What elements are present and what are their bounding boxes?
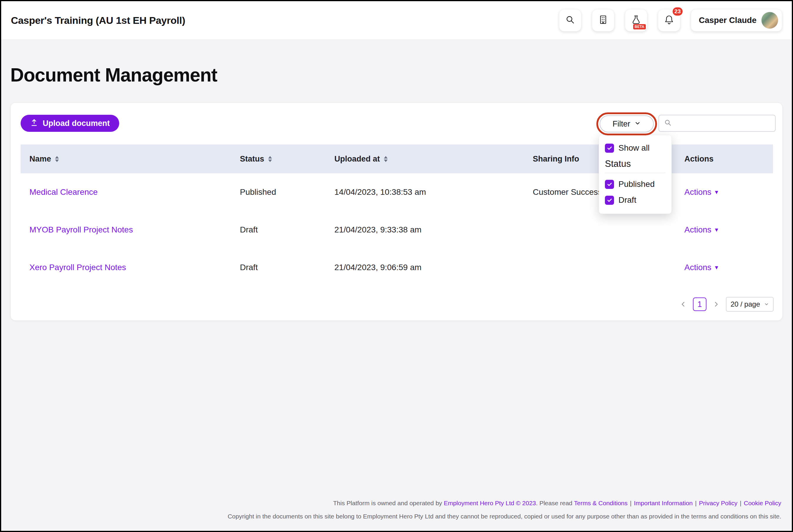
chevron-down-icon [764,302,769,307]
caret-down-icon: ▾ [715,264,718,271]
upload-document-button[interactable]: Upload document [21,115,119,132]
caret-down-icon: ▾ [715,189,718,195]
status-cell: Draft [240,225,334,234]
page-size-value: 20 / page [731,300,760,308]
search-icon [565,14,575,26]
filter-option-published[interactable]: Published [605,178,665,191]
bell-icon [663,14,675,26]
footer: This Platform is owned and operated by E… [12,498,781,521]
column-label: Uploaded at [334,154,380,164]
footer-link-company[interactable]: Employment Hero Pty Ltd © 2023 [444,500,536,507]
footer-line-2: Copyright in the documents on this site … [12,512,781,521]
footer-link-important-information[interactable]: Important Information [634,500,693,507]
document-link[interactable]: Xero Payroll Project Notes [30,263,126,272]
filter-section-title: Status [605,158,665,169]
uploaded-at-cell: 14/04/2023, 10:38:53 am [334,187,533,197]
actions-label: Actions [684,187,712,197]
footer-separator: | [695,500,696,507]
page-number-button[interactable]: 1 [693,298,706,311]
organisation-button[interactable] [592,9,614,32]
document-search [659,115,776,132]
column-header-actions: Actions [684,154,773,164]
chevron-left-icon [680,301,686,307]
sort-icon[interactable] [383,156,388,162]
page-title: Document Management [10,64,217,86]
column-label: Status [240,154,264,164]
search-icon [664,119,672,128]
column-header-name[interactable]: Name [30,154,240,164]
filter-option-show-all[interactable]: Show all [605,141,665,154]
beta-badge: BETA [633,24,646,30]
notification-count-badge: 23 [672,6,683,17]
column-label: Name [30,154,51,164]
filter-option-label: Show all [619,143,650,153]
page-size-select[interactable]: 20 / page [726,297,774,311]
actions-menu-button[interactable]: Actions ▾ [684,263,718,272]
avatar [761,12,778,29]
search-button[interactable] [559,9,581,32]
org-title: Casper's Training (AU 1st EH Payroll) [11,15,185,26]
chevron-right-icon [713,301,719,307]
footer-text: . Please read [536,500,574,507]
actions-label: Actions [684,263,712,272]
checkbox[interactable] [605,144,614,153]
filter-option-draft[interactable]: Draft [605,194,665,207]
status-cell: Draft [240,263,334,272]
table-row: MYOB Payroll Project Notes Draft 21/04/2… [21,211,773,249]
check-icon [607,181,612,187]
column-header-status[interactable]: Status [240,154,334,164]
column-header-uploaded-at[interactable]: Uploaded at [334,154,533,164]
sort-icon[interactable] [55,156,59,162]
notifications-button[interactable]: 23 [658,9,680,32]
column-label: Actions [684,154,714,164]
document-link[interactable]: Medical Clearence [30,187,98,196]
beta-features-button[interactable]: BETA [625,9,647,32]
previous-page-button[interactable] [680,301,686,307]
filter-option-label: Draft [619,195,636,205]
topbar-actions: BETA 23 Casper Claude [559,9,782,32]
sort-icon[interactable] [268,156,272,162]
next-page-button[interactable] [713,301,719,307]
topbar: Casper's Training (AU 1st EH Payroll) [1,1,792,40]
filter-option-label: Published [619,179,655,189]
document-link[interactable]: MYOB Payroll Project Notes [30,225,133,234]
uploaded-at-cell: 21/04/2023, 9:33:38 am [334,225,533,234]
footer-link-privacy-policy[interactable]: Privacy Policy [699,500,738,507]
caret-down-icon: ▾ [715,227,718,233]
footer-separator: | [630,500,631,507]
status-cell: Published [240,187,334,197]
user-menu-button[interactable]: Casper Claude [691,9,782,32]
building-icon [598,14,608,26]
table-row: Xero Payroll Project Notes Draft 21/04/2… [21,249,773,286]
chevron-down-icon [634,119,641,129]
actions-label: Actions [684,225,712,234]
footer-line-1: This Platform is owned and operated by E… [12,498,781,508]
check-icon [607,197,612,203]
user-name: Casper Claude [699,16,756,25]
filter-button-label: Filter [612,119,630,129]
actions-menu-button[interactable]: Actions ▾ [684,225,718,234]
divider [605,173,665,173]
footer-link-cookie-policy[interactable]: Cookie Policy [744,500,781,507]
upload-icon [30,118,38,129]
search-input[interactable] [676,119,770,128]
pagination: 1 20 / page [680,297,774,311]
checkbox[interactable] [605,196,614,205]
app-window: Casper's Training (AU 1st EH Payroll) [0,0,793,532]
uploaded-at-cell: 21/04/2023, 9:06:59 am [334,263,533,272]
footer-separator: | [740,500,741,507]
documents-card: Upload document Filter Name [10,102,783,321]
actions-menu-button[interactable]: Actions ▾ [684,187,718,197]
footer-text: This Platform is owned and operated by [333,500,444,507]
filter-dropdown-menu: Show all Status Published Draft [599,135,672,214]
column-label: Sharing Info [533,154,579,164]
filter-button[interactable]: Filter [600,115,654,132]
check-icon [607,145,612,151]
upload-button-label: Upload document [43,119,110,128]
footer-link-terms[interactable]: Terms & Conditions [574,500,627,507]
checkbox[interactable] [605,180,614,189]
